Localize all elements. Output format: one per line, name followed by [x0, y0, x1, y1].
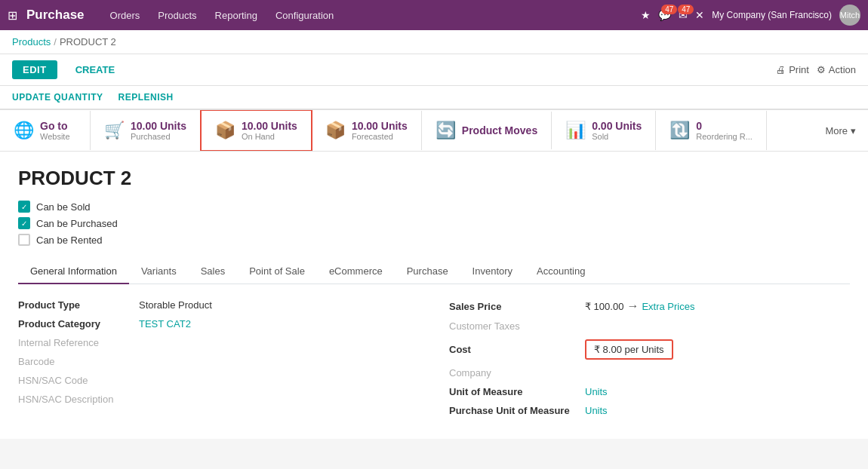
hsn-desc-label: HSN/SAC Description — [18, 394, 139, 405]
gear-icon: ⚙ — [817, 64, 826, 75]
product-type-field: Product Type Storable Product — [18, 299, 419, 311]
can-be-rented-checkbox[interactable] — [18, 234, 30, 246]
can-be-purchased-label: Can be Purchased — [36, 218, 118, 229]
chat-icon[interactable]: 💬 47 — [658, 9, 671, 21]
printer-icon: 🖨 — [776, 64, 786, 75]
message-icon[interactable]: ✉ 47 — [679, 9, 688, 21]
product-title: PRODUCT 2 — [18, 167, 850, 190]
main-content: PRODUCT 2 ✓ Can be Sold ✓ Can be Purchas… — [0, 152, 868, 439]
tab-general[interactable]: General Information — [18, 259, 129, 284]
can-be-rented-label: Can be Rented — [36, 234, 102, 246]
breadcrumb-parent[interactable]: Products — [12, 36, 51, 48]
action-button[interactable]: ⚙ Action — [817, 64, 856, 75]
nav-configuration[interactable]: Configuration — [268, 7, 341, 24]
chevron-down-icon: ▾ — [851, 125, 856, 136]
message-badge: 47 — [678, 5, 694, 14]
nav-reporting[interactable]: Reporting — [208, 7, 265, 24]
stat-on-hand[interactable]: 📦 10.00 Units On Hand — [200, 110, 312, 152]
nav-menu: Orders Products Reporting Configuration — [103, 7, 642, 24]
product-type-value: Storable Product — [139, 299, 212, 311]
action-label: Action — [829, 64, 856, 75]
avatar[interactable]: Mitch — [839, 5, 860, 26]
arrow-icon: → — [626, 299, 639, 313]
stat-product-moves[interactable]: 🔄 Product Moves — [422, 112, 552, 149]
product-flags: ✓ Can be Sold ✓ Can be Purchased Can be … — [18, 201, 850, 246]
stat-website-label: Website — [40, 132, 70, 141]
cost-field: Cost ₹ 8.00 per Units — [449, 339, 850, 360]
stat-purchased-value: 10.00 Units — [131, 120, 186, 132]
company-label: My Company (San Francisco) — [712, 10, 832, 20]
product-category-value[interactable]: TEST CAT2 — [139, 318, 191, 330]
stat-purchased[interactable]: 🛒 10.00 Units Purchased — [91, 111, 201, 150]
action-bar: EDIT CREATE 🖨 Print ⚙ Action — [0, 54, 868, 86]
can-be-sold-checkbox[interactable]: ✓ — [18, 201, 30, 213]
website-icon: 🌐 — [14, 121, 34, 140]
uom-value[interactable]: Units — [585, 386, 608, 397]
nav-orders[interactable]: Orders — [103, 7, 148, 24]
stat-sold-value: 0.00 Units — [592, 120, 642, 132]
internal-ref-label: Internal Reference — [18, 337, 139, 348]
stats-bar: 🌐 Go to Website 🛒 10.00 Units Purchased … — [0, 110, 868, 152]
can-be-rented-item[interactable]: Can be Rented — [18, 234, 850, 246]
barcode-field: Barcode — [18, 356, 419, 367]
extra-prices-link[interactable]: Extra Prices — [642, 301, 694, 312]
customer-taxes-label: Customer Taxes — [449, 320, 585, 332]
can-be-purchased-checkbox[interactable]: ✓ — [18, 217, 30, 229]
chart-icon: 📊 — [565, 121, 586, 140]
topnav-right: ★ 💬 47 ✉ 47 ✕ My Company (San Francisco)… — [641, 5, 860, 26]
replenish-link[interactable]: REPLENISH — [119, 92, 174, 103]
product-category-label: Product Category — [18, 318, 139, 330]
nav-products[interactable]: Products — [150, 7, 204, 24]
barcode-label: Barcode — [18, 356, 139, 367]
grid-icon[interactable]: ⊞ — [8, 8, 17, 23]
tab-sales[interactable]: Sales — [189, 259, 238, 284]
uom-field: Unit of Measure Units — [449, 386, 850, 397]
tab-variants[interactable]: Variants — [129, 259, 189, 284]
stat-reordering[interactable]: 🔃 0 Reordering R... — [656, 111, 767, 150]
edit-button[interactable]: EDIT — [12, 60, 57, 79]
create-button[interactable]: CREATE — [65, 60, 125, 79]
purchase-uom-value[interactable]: Units — [585, 405, 608, 416]
can-be-sold-label: Can be Sold — [36, 201, 91, 213]
hsn-desc-field: HSN/SAC Description — [18, 394, 419, 405]
tab-ecommerce[interactable]: eCommerce — [317, 259, 395, 284]
update-quantity-link[interactable]: UPDATE QUANTITY — [12, 92, 103, 103]
print-label: Print — [789, 64, 809, 75]
print-button[interactable]: 🖨 Print — [776, 64, 809, 75]
cost-label: Cost — [449, 344, 585, 355]
internal-ref-field: Internal Reference — [18, 337, 419, 348]
tab-accounting[interactable]: Accounting — [525, 259, 597, 284]
can-be-purchased-item[interactable]: ✓ Can be Purchased — [18, 217, 850, 229]
can-be-sold-item[interactable]: ✓ Can be Sold — [18, 201, 850, 213]
stat-website[interactable]: 🌐 Go to Website — [0, 111, 91, 150]
reorder-icon: 🔃 — [669, 121, 690, 140]
sales-price-field: Sales Price ₹ 100.00 → Extra Prices — [449, 299, 850, 313]
stat-forecasted-value: 10.00 Units — [352, 120, 408, 132]
breadcrumb-current: PRODUCT 2 — [60, 36, 116, 48]
cart-icon: 🛒 — [104, 121, 125, 140]
breadcrumb-separator: / — [54, 36, 57, 48]
update-bar: UPDATE QUANTITY REPLENISH — [0, 86, 868, 110]
purchase-uom-label: Purchase Unit of Measure — [449, 405, 585, 416]
chat-badge: 47 — [661, 5, 677, 14]
box-icon: 📦 — [215, 121, 235, 140]
tab-pos[interactable]: Point of Sale — [237, 259, 317, 284]
stat-sold[interactable]: 📊 0.00 Units Sold — [552, 111, 656, 150]
breadcrumb: Products / PRODUCT 2 — [0, 30, 868, 54]
stat-sold-label: Sold — [592, 132, 642, 141]
stat-more[interactable]: More ▾ — [813, 116, 868, 146]
product-category-field: Product Category TEST CAT2 — [18, 318, 419, 330]
moves-icon: 🔄 — [436, 121, 456, 140]
form-right: Sales Price ₹ 100.00 → Extra Prices Cust… — [449, 299, 850, 424]
stat-forecasted[interactable]: 📦 10.00 Units Forecasted — [312, 111, 422, 150]
tab-purchase[interactable]: Purchase — [395, 259, 460, 284]
tab-inventory[interactable]: Inventory — [460, 259, 525, 284]
purchase-uom-field: Purchase Unit of Measure Units — [449, 405, 850, 416]
star-icon[interactable]: ★ — [641, 9, 651, 21]
stat-purchased-label: Purchased — [131, 132, 186, 141]
uom-label: Unit of Measure — [449, 386, 585, 397]
sales-price-value: ₹ 100.00 — [585, 301, 623, 312]
top-navigation: ⊞ Purchase Orders Products Reporting Con… — [0, 0, 868, 30]
settings-icon[interactable]: ✕ — [695, 9, 704, 21]
cost-value[interactable]: ₹ 8.00 per Units — [585, 339, 673, 360]
